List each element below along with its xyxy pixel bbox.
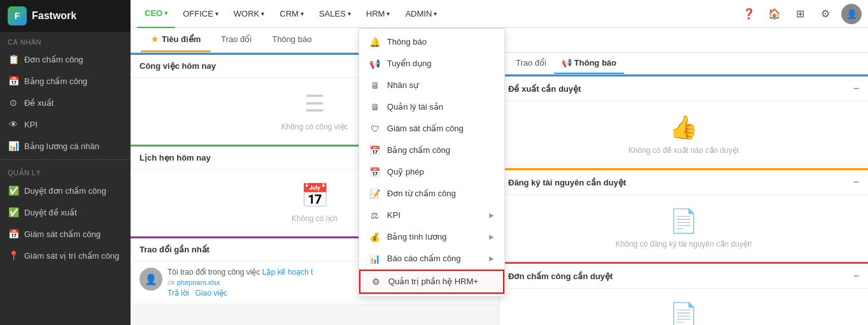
dropdown-tuyen-dung[interactable]: 📢 Tuyển dụng [359, 53, 504, 75]
sidebar-item-bang-luong[interactable]: 📊 Bảng lương cá nhân [0, 135, 131, 157]
apps-button[interactable]: ⊞ [790, 4, 809, 24]
chat-message-prefix: trao đổi trong công việc [180, 268, 262, 277]
dropdown-thong-bao[interactable]: 🔔 Thông báo [359, 31, 504, 53]
help-button[interactable]: ❓ [739, 4, 758, 24]
dropdown-quy-phep[interactable]: 📅 Quỹ phép [359, 161, 504, 183]
caret-icon: ▾ [387, 10, 390, 17]
empty-list-icon: ☰ [304, 90, 325, 117]
quan-ly-section-label: QUẢN LÝ [0, 162, 131, 180]
sidebar-item-label: Giám sát vị trí chấm công [24, 251, 119, 261]
main-area: CEO ▾ OFFICE ▾ WORK ▾ CRM ▾ SALES ▾ [131, 0, 868, 325]
de-xuat-card-header: Đề xuất cần duyệt − [499, 76, 868, 101]
calendar3-icon: 📅 [369, 145, 381, 155]
dropdown-bang-cham-cong[interactable]: 📅 Bảng chấm công [359, 140, 504, 161]
sidebar-item-kpi[interactable]: 👁 KPI [0, 113, 131, 135]
topnav-office[interactable]: OFFICE ▾ [175, 0, 226, 28]
de-xuat-minimize-button[interactable]: − [853, 83, 859, 94]
don-cham-cong-card: Đơn chấm công cần duyệt − 📄 Không có đơn… [499, 262, 868, 325]
bell-icon: 🔔 [369, 37, 381, 47]
empty-doc-icon: 📄 [669, 208, 698, 235]
caret-icon: ▾ [434, 10, 437, 17]
monitor2-icon: 🖥 [369, 102, 381, 112]
topnav: CEO ▾ OFFICE ▾ WORK ▾ CRM ▾ SALES ▾ [131, 0, 868, 28]
sidebar-item-duyet-don-cham-cong[interactable]: ✅ Duyệt đơn chấm công [0, 180, 131, 201]
topnav-right: ❓ 🏠 ⊞ ⚙ 👤 [739, 4, 862, 24]
topnav-crm[interactable]: CRM ▾ [272, 0, 311, 28]
circle-icon: ⊙ [8, 98, 19, 108]
chart-icon: 📊 [8, 141, 19, 151]
dropdown-bang-tinh-luong[interactable]: 💰 Bảng tính lương ▶ [359, 226, 504, 248]
topnav-work[interactable]: WORK ▾ [226, 0, 272, 28]
sidebar-item-label: Bảng lương cá nhân [24, 141, 99, 151]
chat-sender: Tôi [167, 268, 178, 277]
sidebar-item-duyet-de-xuat[interactable]: ✅ Duyệt đề xuất [0, 201, 131, 223]
dropdown-quan-ly-tai-san[interactable]: 🖥 Quản lý tài sản [359, 96, 504, 118]
empty-thumbsup-icon: 👍 [669, 114, 698, 141]
topnav-hrm[interactable]: HRM ▾ 🔔 Thông báo 📢 Tuyển dụng [359, 0, 398, 28]
sidebar-item-giam-sat-cham-cong[interactable]: 📅 Giám sát chấm công [0, 223, 131, 245]
subtab-thong-bao[interactable]: Thông báo [262, 28, 322, 52]
don-cham-cong-card-header: Đơn chấm công cần duyệt − [499, 264, 868, 289]
exchange-tabs: Trao đổi 📢 Thông báo [499, 53, 868, 75]
check-circle-icon2: ✅ [8, 207, 19, 217]
sidebar-item-bang-cham-cong[interactable]: 📅 Bảng chấm công [0, 70, 131, 92]
tra-loi-button[interactable]: Trả lời [167, 289, 189, 298]
de-xuat-card-body: 👍 Không có đề xuất nào cần duyệt [499, 101, 868, 168]
dropdown-bao-cao-cham-cong[interactable]: 📊 Báo cáo chấm công ▶ [359, 248, 504, 270]
calendar2-icon: 📅 [8, 229, 19, 239]
sidebar-item-de-xuat[interactable]: ⊙ Đề xuất [0, 92, 131, 113]
caret-icon: ▾ [261, 10, 264, 17]
chat-attachment-link[interactable]: phepnam.xlsx [177, 278, 220, 286]
dropdown-giam-sat-cham-cong[interactable]: 🛡 Giám sát chấm công [359, 118, 504, 140]
subtab-tieu-diem[interactable]: ★ Tiêu điểm [141, 28, 211, 52]
edit-icon: 📋 [8, 54, 19, 64]
cong-viec-empty-text: Không có công việc [281, 122, 348, 131]
edit2-icon: 📝 [369, 189, 381, 199]
dang-ky-card-body: 📄 Không có đăng ký tài nguyên cần duyệt! [499, 195, 868, 261]
trao-doi-title: Trao đổi gần nhất [139, 245, 210, 254]
chart2-icon: 📊 [369, 254, 381, 264]
dang-ky-card-header: Đăng ký tài nguyên cần duyệt − [499, 170, 868, 195]
exchange-tab-thong-bao[interactable]: 📢 Thông báo [554, 53, 624, 74]
dropdown-nhan-su[interactable]: 🖥 Nhân sự [359, 75, 504, 96]
avatar[interactable]: 👤 [841, 4, 862, 24]
gear-icon: ⚙ [371, 277, 382, 287]
sidebar-item-label: Đề xuất [24, 98, 53, 108]
logo-icon: F [8, 6, 27, 25]
dropdown-quan-tri-phan-he[interactable]: ⚙ Quản trị phần hệ HRM+ [359, 270, 504, 294]
sidebar-item-label: Giám sát chấm công [24, 229, 101, 239]
sidebar-item-label: KPI [24, 120, 38, 129]
arrow-right-icon: ▶ [489, 212, 494, 219]
chat-avatar: 👤 [139, 268, 162, 291]
right-column: Trao đổi 📢 Thông báo Đề xuất cần duyệt − [499, 53, 868, 325]
topnav-sales[interactable]: SALES ▾ [311, 0, 359, 28]
arrow-right-icon2: ▶ [489, 233, 494, 240]
dropdown-kpi[interactable]: ⚖ KPI ▶ [359, 205, 504, 226]
hrm-dropdown-menu: 🔔 Thông báo 📢 Tuyển dụng 🖥 Nhân sự [359, 28, 505, 297]
app-logo[interactable]: F Fastwork [0, 0, 131, 32]
don-cham-cong-title: Đơn chấm công cần duyệt [508, 271, 613, 281]
dang-ky-minimize-button[interactable]: − [853, 177, 859, 188]
dropdown-don-tu-cham-cong[interactable]: 📝 Đơn từ chấm công [359, 183, 504, 205]
sidebar-item-giam-sat-vi-tri[interactable]: 📍 Giám sát vị trí chấm công [0, 245, 131, 266]
don-cham-cong-minimize-button[interactable]: − [853, 270, 859, 282]
settings-button[interactable]: ⚙ [816, 4, 835, 24]
sidebar: F Fastwork CÁ NHÂN 📋 Đơn chấm công 📅 Bản… [0, 0, 131, 325]
shield-icon: 🛡 [369, 124, 381, 134]
scale-icon: ⚖ [369, 210, 381, 220]
topnav-admin[interactable]: ADMIN ▾ [397, 0, 445, 28]
sidebar-item-don-cham-cong[interactable]: 📋 Đơn chấm công [0, 48, 131, 70]
lich-hen-title: Lịch hẹn hôm nay [139, 153, 211, 162]
notification-button[interactable]: 🏠 [765, 4, 784, 24]
chat-task-link[interactable]: Lập kế hoạch t [262, 268, 313, 277]
money-icon: 💰 [369, 232, 381, 242]
exchange-tab-trao-doi[interactable]: Trao đổi [508, 53, 554, 74]
subtab-trao-doi[interactable]: Trao đổi [211, 28, 262, 52]
topnav-ceo[interactable]: CEO ▾ [137, 0, 175, 28]
lich-hen-empty-text: Không có lịch [292, 214, 338, 223]
megaphone-icon: 📢 [369, 59, 381, 69]
caret-icon: ▾ [215, 10, 218, 17]
arrow-right-icon3: ▶ [489, 255, 494, 262]
giao-viec-button[interactable]: Giao việc [196, 289, 227, 298]
dang-ky-empty-text: Không có đăng ký tài nguyên cần duyệt! [615, 240, 751, 249]
